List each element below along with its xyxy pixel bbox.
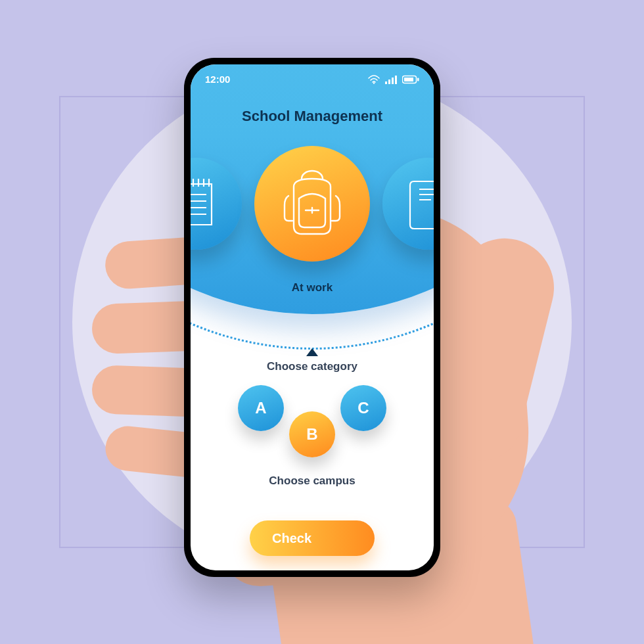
- campus-option-a[interactable]: A: [238, 385, 284, 431]
- status-bar: 12:00: [191, 74, 434, 85]
- choose-campus-label: Choose campus: [191, 474, 434, 488]
- svg-point-0: [373, 82, 375, 83]
- battery-icon: [402, 75, 419, 84]
- page-title: School Management: [191, 108, 434, 125]
- phone-frame: 12:00 School Management: [184, 58, 440, 577]
- wifi-icon: [368, 75, 380, 84]
- chevron-up-icon: [306, 348, 318, 356]
- category-carousel[interactable]: [191, 146, 434, 277]
- svg-rect-6: [404, 78, 413, 81]
- svg-rect-7: [417, 78, 419, 81]
- svg-rect-4: [395, 76, 397, 84]
- category-selected[interactable]: [254, 146, 370, 262]
- choose-category-label: Choose category: [191, 360, 434, 373]
- status-time: 12:00: [205, 74, 230, 85]
- phone-screen: 12:00 School Management: [191, 64, 434, 570]
- category-prev[interactable]: [191, 158, 242, 250]
- backpack-icon: [282, 170, 342, 238]
- selected-category-label: At work: [191, 281, 434, 294]
- campus-option-c[interactable]: C: [340, 385, 386, 431]
- signal-icon: [385, 75, 397, 84]
- check-button[interactable]: Check: [250, 520, 375, 556]
- book-icon: [407, 177, 434, 230]
- svg-rect-2: [388, 80, 390, 84]
- svg-rect-1: [385, 81, 387, 84]
- svg-rect-3: [392, 78, 394, 84]
- notepad-icon: [191, 177, 217, 230]
- campus-selector: A B C: [191, 385, 434, 471]
- category-next[interactable]: [382, 158, 434, 250]
- campus-option-b[interactable]: B: [289, 411, 335, 457]
